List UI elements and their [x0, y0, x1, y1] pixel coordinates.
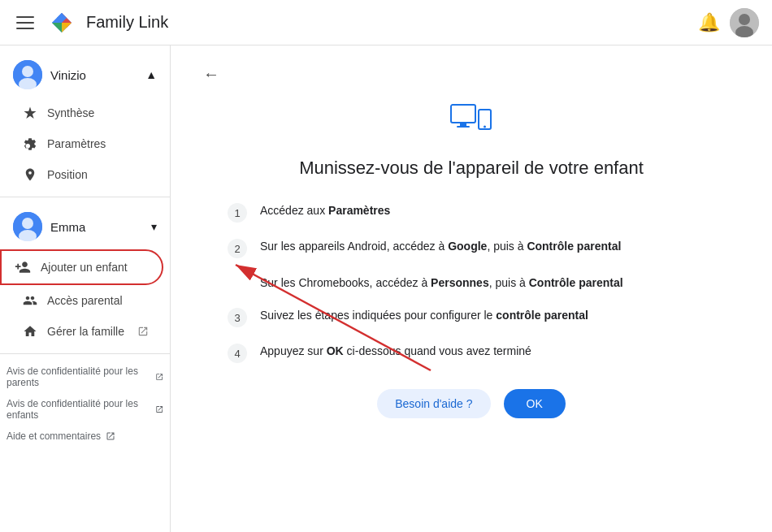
acces-parental-label: Accès parental [47, 294, 123, 307]
sidebar-divider-2 [0, 353, 170, 354]
svg-marker-4 [52, 23, 62, 32]
synthese-label: Synthèse [47, 106, 94, 119]
step-3-number: 3 [228, 308, 247, 327]
step-2: 2 Sur les appareils Android, accédez à G… [228, 237, 715, 292]
vinizio-avatar [13, 60, 42, 89]
privacy-children-label: Avis de confidentialité pour les enfants [7, 398, 150, 421]
vinizio-expand-icon: ▲ [145, 68, 157, 81]
parametres-label: Paramètres [47, 137, 106, 150]
sidebar-item-gerer-famille[interactable]: Gérer la famille [0, 316, 163, 347]
menu-button[interactable] [13, 13, 37, 32]
external-link-small-icon3 [106, 431, 115, 441]
svg-marker-3 [62, 23, 72, 32]
topbar: Family Link 🔔 [0, 0, 772, 45]
external-link-icon [137, 326, 149, 337]
sidebar-item-acces-parental[interactable]: Accès parental [0, 285, 163, 316]
steps-list: 1 Accédez aux Paramètres 2 Sur les appar… [228, 201, 715, 363]
content-title: Munissez-vous de l'appareil de votre enf… [299, 158, 644, 179]
notifications-icon[interactable]: 🔔 [698, 12, 720, 33]
help-button[interactable]: Besoin d'aide ? [377, 389, 490, 418]
ok-button[interactable]: OK [504, 389, 566, 418]
app-title: Family Link [86, 13, 168, 32]
sidebar-item-parametres[interactable]: Paramètres [0, 128, 163, 159]
sidebar-user-emma[interactable]: Emma ▾ [0, 204, 170, 249]
add-person-icon [15, 259, 31, 275]
external-link-small-icon2 [155, 404, 163, 414]
home-icon [23, 324, 37, 339]
svg-point-13 [22, 218, 33, 229]
step-3-text: Suivez les étapes indiquées pour configu… [260, 306, 588, 324]
add-child-label: Ajouter un enfant [41, 261, 128, 274]
svg-point-10 [22, 66, 33, 77]
vinizio-name: Vinizio [50, 68, 137, 82]
parental-access-icon [23, 293, 37, 308]
main-layout: Vinizio ▲ Synthèse Paramètres Position [0, 45, 772, 532]
step-2-text: Sur les appareils Android, accédez à Goo… [260, 237, 623, 292]
privacy-children-link[interactable]: Avis de confidentialité pour les enfants [0, 393, 170, 426]
add-child-button[interactable]: Ajouter un enfant [0, 249, 163, 285]
svg-rect-18 [460, 123, 466, 126]
help-label: Aide et commentaires [7, 430, 101, 442]
step-3: 3 Suivez les étapes indiquées pour confi… [228, 306, 715, 327]
emma-name: Emma [50, 220, 143, 234]
topbar-left: Family Link [13, 11, 168, 34]
topbar-right: 🔔 [698, 8, 759, 37]
position-label: Position [47, 168, 88, 181]
device-icon [450, 103, 492, 145]
user-avatar[interactable] [730, 8, 759, 37]
svg-point-21 [484, 126, 486, 128]
sidebar-item-synthese[interactable]: Synthèse [0, 97, 163, 128]
emma-avatar [13, 212, 42, 241]
external-link-small-icon [155, 372, 163, 382]
star-icon [23, 106, 37, 120]
action-buttons: Besoin d'aide ? OK [377, 389, 566, 418]
privacy-parents-link[interactable]: Avis de confidentialité pour les parents [0, 361, 170, 393]
location-icon [23, 167, 37, 182]
back-button[interactable]: ← [203, 65, 219, 84]
step-4-text: Appuyez sur OK ci-dessous quand vous ave… [260, 342, 531, 360]
step-4: 4 Appuyez sur OK ci-dessous quand vous a… [228, 342, 715, 363]
privacy-parents-label: Avis de confidentialité pour les parents [7, 365, 150, 388]
svg-rect-19 [457, 126, 470, 128]
svg-point-7 [739, 14, 750, 25]
sidebar: Vinizio ▲ Synthèse Paramètres Position [0, 45, 171, 532]
google-logo [50, 11, 73, 34]
step-1-text: Accédez aux Paramètres [260, 201, 390, 219]
step-2-number: 2 [228, 239, 247, 258]
step-4-number: 4 [228, 344, 247, 363]
settings-icon [23, 136, 37, 151]
sidebar-divider-1 [0, 197, 170, 197]
sidebar-user-vinizio[interactable]: Vinizio ▲ [0, 52, 170, 97]
svg-rect-17 [451, 105, 475, 123]
content-area: ← Munissez-vous de l'appareil de votre e… [171, 45, 772, 532]
step-1: 1 Accédez aux Paramètres [228, 201, 715, 223]
step-1-number: 1 [228, 203, 247, 223]
sidebar-item-position[interactable]: Position [0, 159, 163, 190]
emma-expand-icon: ▾ [151, 220, 157, 233]
help-link[interactable]: Aide et commentaires [0, 426, 170, 447]
gerer-famille-label: Gérer la famille [47, 325, 124, 338]
content-center: Munissez-vous de l'appareil de votre enf… [228, 103, 715, 418]
